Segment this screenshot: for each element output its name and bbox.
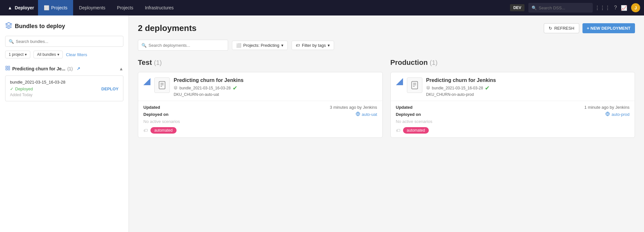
search-icon: 🔍 — [532, 5, 537, 10]
tag-icon: 🏷 — [143, 128, 148, 133]
svg-rect-12 — [411, 81, 418, 89]
topnav: ▲ Deployer ⬜ Projects Deployments Projec… — [0, 0, 644, 15]
bundle-check-icon: ✔ — [485, 85, 490, 92]
trending-icon[interactable]: 📈 — [619, 5, 629, 11]
chevron-down-icon: ▾ — [57, 52, 59, 57]
updated-row: Updated 1 minute ago by Jenkins — [396, 105, 630, 110]
updated-value: 3 minutes ago by Jenkins — [330, 105, 377, 110]
new-deployment-button[interactable]: + NEW DEPLOYMENT — [582, 23, 635, 33]
project-group: Predicting churn for Je... (1) ↗ ▲ bundl… — [5, 64, 123, 101]
bundle-search[interactable]: 🔍 — [5, 36, 123, 47]
updated-value: 1 minute ago by Jenkins — [584, 105, 630, 110]
app-name: Deployer — [15, 5, 34, 10]
search-icon: 🔍 — [141, 43, 147, 48]
infra-icon — [356, 112, 360, 117]
nav-tab-infrastructures[interactable]: Infrastructures — [139, 0, 179, 15]
global-search-input[interactable] — [539, 5, 587, 10]
bundle-check-icon: ✔ — [233, 85, 237, 92]
svg-rect-2 — [8, 66, 10, 68]
deployment-card: Predicting churn for Jenkins bundle_2021… — [390, 72, 635, 138]
project-bundle-count: (1) — [67, 66, 73, 71]
avatar[interactable]: J — [631, 3, 640, 12]
card-body: Updated 1 minute ago by Jenkins Deployed… — [391, 101, 635, 137]
refresh-icon: ↻ — [549, 26, 552, 31]
clear-filters-btn[interactable]: Clear filters — [66, 52, 87, 57]
no-scenarios-text: No active scenarios — [396, 119, 630, 124]
main-header: 2 deployments ↻ REFRESH + NEW DEPLOYMENT — [138, 23, 635, 33]
project-icon — [5, 66, 10, 72]
svg-marker-9 — [174, 86, 177, 88]
updated-row: Updated 3 minutes ago by Jenkins — [143, 105, 377, 110]
svg-marker-0 — [6, 23, 12, 25]
sidebar: Bundles to deploy 🔍 1 project ▾ All bund… — [0, 15, 129, 232]
card-title: Predicting churn for Jenkins — [426, 77, 630, 83]
help-icon[interactable]: ? — [612, 5, 619, 11]
new-deployment-label: + NEW DEPLOYMENT — [587, 26, 630, 31]
deploy-button[interactable]: DEPLOY — [101, 86, 119, 91]
bundle-filter-btn[interactable]: All bundles ▾ — [34, 51, 63, 58]
chevron-down-icon: ▾ — [25, 52, 27, 57]
deployments-count-title: 2 deployments — [138, 23, 197, 33]
svg-rect-3 — [6, 68, 7, 70]
deployment-card: Predicting churn for Jenkins bundle_2021… — [138, 72, 383, 138]
card-info: Predicting churn for Jenkins bundle_2021… — [174, 77, 377, 97]
chevron-up-icon: ▲ — [119, 66, 123, 71]
project-triangle-icon — [396, 78, 403, 85]
nav-tab-projects-icon[interactable]: ⬜ Projects — [38, 0, 73, 15]
nav-tab-label: Deployments — [79, 5, 105, 10]
project-filter-dropdown[interactable]: ⬜ Projects: Predicting ▾ — [232, 41, 288, 50]
deployed-on-value: auto-uat — [356, 112, 377, 117]
chevron-down-icon: ▾ — [328, 43, 330, 48]
deployed-on-row: Deployed on auto-prod — [396, 112, 630, 117]
deployed-on-value: auto-prod — [605, 112, 630, 117]
bundle-icon — [407, 77, 422, 93]
project-filter-btn[interactable]: 1 project ▾ — [5, 51, 30, 58]
project-filter-label: 1 project — [9, 52, 24, 57]
project-header[interactable]: Predicting churn for Je... (1) ↗ ▲ — [5, 64, 123, 73]
app-logo[interactable]: ▲ Deployer — [4, 5, 38, 10]
deployed-on-row: Deployed on auto-uat — [143, 112, 377, 117]
header-buttons: ↻ REFRESH + NEW DEPLOYMENT — [544, 23, 635, 33]
svg-marker-16 — [427, 86, 430, 88]
deployed-on-label: Deployed on — [143, 112, 168, 117]
main-content: 2 deployments ↻ REFRESH + NEW DEPLOYMENT… — [129, 15, 644, 232]
global-search[interactable]: 🔍 — [528, 3, 593, 13]
tags-row: 🏷 automated — [396, 127, 630, 134]
nav-tab-deployments[interactable]: Deployments — [73, 0, 111, 15]
bundle-added-date: Added Today — [10, 93, 119, 97]
tag-pill: automated — [403, 127, 429, 134]
refresh-button[interactable]: ↻ REFRESH — [544, 23, 579, 33]
tag-icon: 🏷 — [396, 128, 400, 133]
env-badge: DEV — [510, 4, 524, 11]
infra-icon — [605, 112, 610, 117]
tag-pill: automated — [150, 127, 177, 134]
card-header: Predicting churn for Jenkins bundle_2021… — [391, 72, 635, 101]
external-link-icon[interactable]: ↗ — [77, 66, 80, 71]
nav-tab-projects[interactable]: Projects — [111, 0, 139, 15]
card-body: Updated 3 minutes ago by Jenkins Deploye… — [138, 101, 382, 137]
tag-filter-icon: 🏷 — [296, 43, 300, 48]
bundle-cube-icon — [174, 86, 178, 91]
project-filter-label: Projects: Predicting — [243, 43, 279, 48]
nav-tab-label: Infrastructures — [145, 5, 174, 10]
tag-filter-label: Filter by tags — [302, 43, 326, 48]
apps-icon[interactable]: ⋮⋮⋮ — [593, 5, 612, 11]
sidebar-title: Bundles to deploy — [5, 22, 123, 31]
deployment-columns: Test (1) — [138, 58, 635, 138]
test-col-title: Test (1) — [138, 58, 383, 67]
search-icon: 🔍 — [9, 39, 14, 44]
card-env: DKU_CHURN-on-auto-prod — [426, 92, 630, 97]
tag-filter-dropdown[interactable]: 🏷 Filter by tags ▾ — [292, 41, 334, 50]
bundle-card: bundle_2021-03-15_16-03-28 ✓ Deployed DE… — [5, 76, 123, 101]
updated-label: Updated — [396, 105, 413, 110]
deployment-search-input[interactable] — [149, 43, 219, 48]
bundles-icon — [5, 22, 12, 31]
production-col-title: Production (1) — [390, 58, 635, 67]
infra-name: auto-prod — [611, 112, 630, 117]
project-name: Predicting churn for Je... — [12, 66, 65, 71]
tags-row: 🏷 automated — [143, 127, 377, 134]
svg-rect-5 — [159, 81, 165, 89]
deployment-search[interactable]: 🔍 — [138, 40, 228, 51]
deployed-label: Deployed — [15, 86, 33, 91]
bundle-search-input[interactable] — [16, 39, 120, 44]
